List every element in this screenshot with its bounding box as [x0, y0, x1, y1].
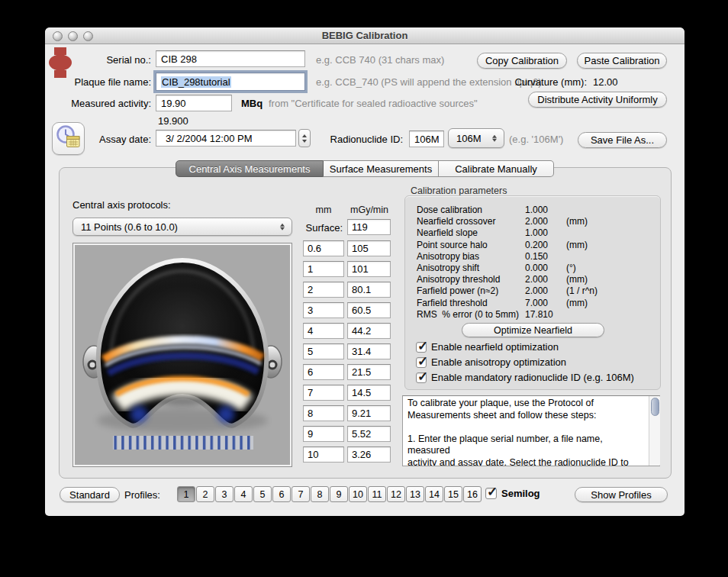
dose-input-7[interactable]: 14.5	[347, 385, 391, 401]
tab-calibrate-manually[interactable]: Calibrate Manually	[439, 160, 554, 177]
mm-input-3[interactable]: 3	[303, 302, 344, 318]
param-value: 1.000	[525, 205, 548, 215]
profile-button-4[interactable]: 4	[234, 486, 253, 502]
mm-input-8[interactable]: 8	[303, 405, 344, 421]
profile-button-11[interactable]: 11	[368, 486, 386, 502]
mm-input-1[interactable]: 1	[303, 261, 344, 277]
paste-calibration-button[interactable]: Paste Calibration	[577, 53, 667, 69]
mm-input-6[interactable]: 6	[303, 364, 344, 380]
save-file-as-button[interactable]: Save File As...	[578, 132, 667, 148]
radionuclide-id-input[interactable]: 106M	[409, 131, 444, 147]
profile-button-7[interactable]: 7	[292, 486, 310, 502]
dose-input-4[interactable]: 44.2	[347, 323, 391, 339]
dose-column-header: mGy/min	[347, 205, 391, 215]
param-value: 17.810	[525, 309, 553, 320]
surface-dose-input[interactable]: 119	[347, 219, 391, 235]
tab-central-axis-measurements[interactable]: Central Axis Measurements	[176, 160, 324, 177]
dose-input-2[interactable]: 80.1	[347, 282, 391, 298]
param-label: Nearfield slope	[417, 227, 478, 238]
profile-button-3[interactable]: 3	[215, 486, 234, 502]
param-label: RMS % error (0 to 5mm)	[417, 309, 519, 320]
param-label: Point source halo	[417, 240, 488, 250]
stepper-up-icon[interactable]	[302, 134, 307, 137]
stepper-down-icon[interactable]	[302, 140, 307, 143]
mm-input-0[interactable]: 0.6	[303, 240, 344, 256]
scrollbar-thumb[interactable]	[651, 398, 659, 416]
profile-button-12[interactable]: 12	[387, 486, 405, 502]
protocol-select[interactable]: 11 Points (0.6 to 10.0)	[72, 218, 292, 236]
dose-input-10[interactable]: 3.26	[347, 446, 391, 463]
param-row-nearfield-slope: Nearfield slope1.000	[417, 227, 653, 239]
optimize-nearfield-button[interactable]: Optimize Nearfield	[462, 323, 604, 337]
dose-input-5[interactable]: 31.4	[347, 343, 391, 359]
activity-hint: from "Certificate for sealed radioactive…	[269, 98, 478, 109]
semilog-checkbox[interactable]: Semilog	[485, 488, 540, 499]
profile-button-8[interactable]: 8	[311, 486, 329, 502]
checkbox-icon[interactable]	[416, 372, 427, 383]
dose-input-0[interactable]: 105	[347, 240, 391, 256]
profile-button-13[interactable]: 13	[406, 486, 424, 502]
param-row-anisotropy-bias: Anisotropy bias0.150	[417, 251, 653, 263]
bebig-calibration-window: BEBIG Calibration Serial no.: CIB 298 e.…	[45, 27, 685, 516]
profile-button-14[interactable]: 14	[425, 486, 443, 502]
assay-date-input[interactable]: 3/ 2/2004 12:00 PM	[156, 130, 296, 147]
plaque-file-name-input[interactable]: CIB_298tutorial	[156, 73, 305, 91]
profile-button-5[interactable]: 5	[253, 486, 272, 502]
param-label: Anisotropy shift	[417, 263, 479, 273]
measured-activity-label: Measured activity:	[45, 98, 151, 109]
radionuclide-hint: (e.g. '106M')	[509, 134, 563, 145]
calibration-parameters-label: Calibration parameters	[411, 185, 507, 196]
instructions-scrollbar[interactable]	[649, 396, 660, 466]
enable-anisotropy-optimization-checkbox[interactable]: Enable anisotropy optimization	[416, 356, 566, 368]
mm-input-2[interactable]: 2	[303, 282, 344, 298]
radionuclide-select[interactable]: 106M	[448, 128, 504, 148]
copy-calibration-button[interactable]: Copy Calibration	[477, 53, 567, 69]
mm-input-5[interactable]: 5	[303, 343, 344, 359]
profile-button-9[interactable]: 9	[330, 486, 348, 502]
standard-button[interactable]: Standard	[60, 487, 120, 502]
param-row-farfield-threshold: Farfield threshold7.000(mm)	[417, 298, 653, 309]
profile-button-6[interactable]: 6	[272, 486, 291, 502]
tab-surface-measurements[interactable]: Surface Measurements	[324, 160, 439, 177]
param-value: 0.000	[525, 263, 548, 273]
mm-input-10[interactable]: 10	[303, 446, 344, 463]
window-titlebar[interactable]: BEBIG Calibration	[45, 27, 685, 44]
checkbox-icon[interactable]	[416, 357, 427, 368]
profile-button-1[interactable]: 1	[177, 486, 195, 502]
checkbox-icon[interactable]	[416, 342, 427, 353]
profiles-label: Profiles:	[124, 489, 160, 501]
distribute-activity-button[interactable]: Distribute Activity Uniformly	[528, 92, 667, 108]
param-value: 2.000	[525, 274, 548, 285]
checkbox-label: Enable mandatory radionuclide ID (e.g. 1…	[431, 372, 634, 383]
dose-input-8[interactable]: 9.21	[347, 405, 391, 421]
profile-button-10[interactable]: 10	[349, 486, 367, 502]
mbq-unit-label: MBq	[241, 98, 272, 109]
enable-nearfield-optimization-checkbox[interactable]: Enable nearfield optimization	[416, 341, 559, 353]
dose-input-6[interactable]: 21.5	[347, 364, 391, 380]
param-unit: (1 / r^n)	[566, 285, 598, 296]
mm-input-7[interactable]: 7	[303, 385, 344, 401]
checkbox-icon[interactable]	[485, 488, 497, 499]
param-row-nearfield-crossover: Nearfield crossover2.000(mm)	[417, 216, 653, 227]
dose-input-9[interactable]: 5.52	[347, 426, 391, 442]
param-unit: (mm)	[566, 274, 588, 285]
profile-button-16[interactable]: 16	[463, 486, 482, 502]
profile-button-15[interactable]: 15	[444, 486, 462, 502]
param-row-rms-error-0-to-5mm: RMS % error (0 to 5mm)17.810	[417, 309, 653, 321]
profile-button-2[interactable]: 2	[196, 486, 214, 502]
serial-input[interactable]: CIB 298	[156, 50, 305, 67]
param-label: Farfield threshold	[417, 298, 488, 308]
mm-input-4[interactable]: 4	[303, 323, 344, 339]
enable-mandatory-radionuclide-id-e-g-106m-checkbox[interactable]: Enable mandatory radionuclide ID (e.g. 1…	[416, 372, 634, 383]
curvature-value: 12.00	[593, 76, 639, 88]
desktop-background: BEBIG Calibration Serial no.: CIB 298 e.…	[0, 0, 728, 577]
instructions-textarea[interactable]: To calibrate your plaque, use the Protoc…	[402, 395, 660, 466]
dose-input-3[interactable]: 60.5	[347, 302, 391, 318]
dose-input-1[interactable]: 101	[347, 261, 391, 277]
measured-activity-input[interactable]: 19.90	[156, 95, 232, 111]
show-profiles-button[interactable]: Show Profiles	[575, 487, 668, 502]
plaque-file-name-label: Plaque file name:	[45, 76, 151, 88]
assay-date-stepper[interactable]	[298, 129, 311, 147]
plaque-photo	[72, 243, 292, 467]
mm-input-9[interactable]: 9	[303, 426, 344, 442]
